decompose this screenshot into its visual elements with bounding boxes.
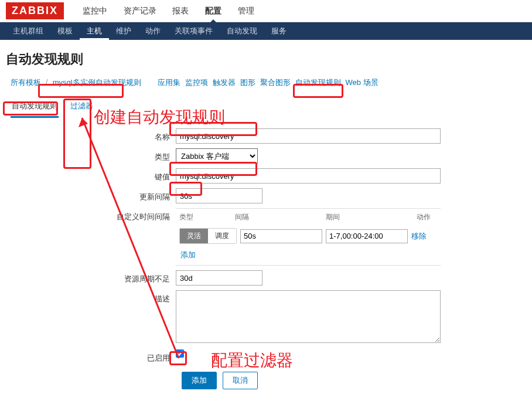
page-title: 自动发现规则 <box>0 40 532 74</box>
topnav-reports[interactable]: 报表 <box>165 0 196 22</box>
input-custom-interval[interactable] <box>240 229 322 243</box>
input-custom-period[interactable] <box>326 229 408 243</box>
subnav-correlation[interactable]: 关联项事件 <box>168 22 220 40</box>
subnav-maintenance[interactable]: 维护 <box>109 22 138 40</box>
label-description: 描述 <box>6 290 176 304</box>
subnav-hostgroups[interactable]: 主机群组 <box>6 22 50 40</box>
bc-graphs[interactable]: 图形 <box>240 77 255 88</box>
bc-discovery-rules[interactable]: 自动发现规则 <box>295 77 341 88</box>
col-interval: 间隔 <box>235 212 326 222</box>
top-nav: 监控中 资产记录 报表 配置 管理 <box>76 0 261 22</box>
bc-triggers[interactable]: 触发器 <box>213 77 236 88</box>
col-type: 类型 <box>179 212 235 222</box>
label-key: 键值 <box>6 168 176 182</box>
tab-discovery-rule[interactable]: 自动发现规则 <box>11 98 59 118</box>
svg-marker-1 <box>79 118 88 127</box>
textarea-description[interactable] <box>176 290 441 343</box>
input-resource-period[interactable] <box>176 270 262 286</box>
subnav-services[interactable]: 服务 <box>264 22 294 40</box>
label-update-interval: 更新间隔 <box>6 188 176 202</box>
topnav-monitoring[interactable]: 监控中 <box>76 0 114 22</box>
input-key[interactable] <box>176 168 441 184</box>
toggle-flex[interactable]: 灵活 <box>180 229 208 243</box>
label-custom-interval: 自定义时间间隔 <box>6 208 176 222</box>
link-remove[interactable]: 移除 <box>411 231 427 242</box>
label-resource-period: 资源周期不足 <box>6 270 176 284</box>
topnav-admin[interactable]: 管理 <box>231 0 261 22</box>
button-add[interactable]: 添加 <box>182 372 217 389</box>
col-period: 期间 <box>326 212 417 222</box>
button-cancel[interactable]: 取消 <box>223 372 258 389</box>
sub-nav: 主机群组 模板 主机 维护 动作 关联项事件 自动发现 服务 <box>0 22 532 40</box>
label-enabled: 已启用 <box>6 349 176 364</box>
input-update-interval[interactable] <box>176 188 262 203</box>
breadcrumbs: 所有模板 / mysql多实例自动发现规则 应用集 监控项 触发器 图形 聚合图… <box>0 74 532 96</box>
form-tabs: 自动发现规则 过滤器 <box>0 98 532 118</box>
input-name[interactable] <box>176 128 441 144</box>
subnav-actions[interactable]: 动作 <box>138 22 168 40</box>
link-add-interval[interactable]: 添加 <box>180 250 196 259</box>
bc-sep: / <box>46 77 48 88</box>
tab-filters[interactable]: 过滤器 <box>69 98 94 118</box>
label-name: 名称 <box>6 128 176 142</box>
bc-all-templates[interactable]: 所有模板 <box>11 77 41 88</box>
flex-sched-toggle[interactable]: 灵活 调度 <box>179 228 237 244</box>
subnav-templates[interactable]: 模板 <box>50 22 80 40</box>
bc-template-name[interactable]: mysql多实例自动发现规则 <box>53 77 141 88</box>
checkbox-enabled[interactable] <box>176 349 184 358</box>
col-action: 动作 <box>417 212 437 222</box>
bc-items[interactable]: 监控项 <box>185 77 208 88</box>
custom-interval-table: 类型 间隔 期间 动作 灵活 调度 移除 添加 <box>176 208 441 266</box>
topnav-inventory[interactable]: 资产记录 <box>117 0 163 22</box>
select-type[interactable]: Zabbix 客户端 <box>176 148 258 164</box>
label-type: 类型 <box>6 148 176 162</box>
bc-screens[interactable]: 聚合图形 <box>260 77 291 88</box>
toggle-sched[interactable]: 调度 <box>208 229 236 243</box>
bc-web-scenarios[interactable]: Web 场景 <box>346 77 378 88</box>
subnav-discovery[interactable]: 自动发现 <box>220 22 264 40</box>
form-area: 名称 类型 Zabbix 客户端 键值 更新间隔 自定义时间间隔 类型 间隔 期… <box>0 118 532 394</box>
topbar: ZABBIX 监控中 资产记录 报表 配置 管理 <box>0 0 532 22</box>
topnav-config[interactable]: 配置 <box>198 0 229 22</box>
bc-applications[interactable]: 应用集 <box>158 77 180 88</box>
logo: ZABBIX <box>6 2 64 19</box>
subnav-hosts[interactable]: 主机 <box>80 22 109 40</box>
